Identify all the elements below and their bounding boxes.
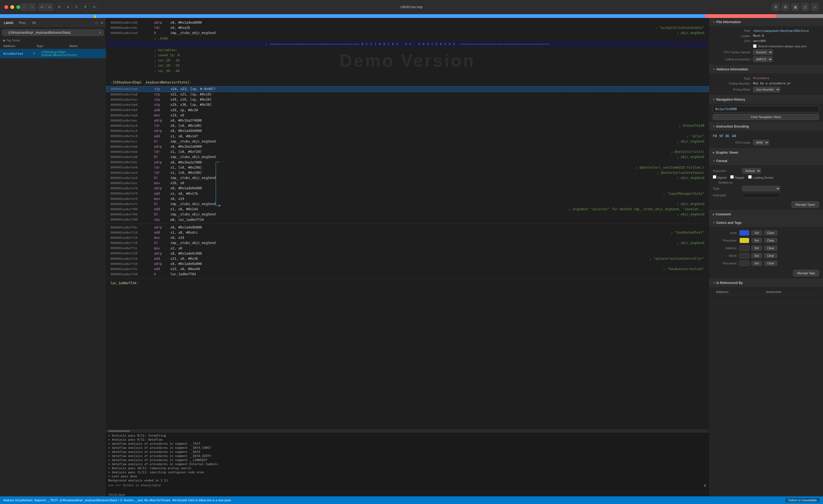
search-input[interactable]	[8, 31, 98, 34]
area-set-button[interactable]: Set	[752, 230, 762, 235]
tab-proc[interactable]: Proc.	[17, 20, 28, 25]
code-line: 0000001ad6eff20 adrp x8, #0x1ade9c000	[106, 251, 709, 256]
settings-button[interactable]: ⚙	[772, 3, 780, 11]
horizontal-scrollbar[interactable]	[106, 430, 709, 432]
undo-button[interactable]: ↩	[38, 3, 46, 11]
loader-label: Loader:	[713, 34, 751, 37]
tab-labels[interactable]: Labels	[2, 20, 15, 25]
log-line: Background analysis ended in 1'21	[108, 478, 706, 483]
tag-scope[interactable]: ▶ Tag Scope	[0, 37, 106, 43]
area-clear-button[interactable]: Clear	[764, 230, 777, 235]
comment-title: Comment	[716, 212, 731, 216]
leading-zeroes-checkbox[interactable]	[748, 175, 752, 179]
status-address-text: Address 0x1ad6efea4, Segment __TEXT, -[U…	[3, 499, 231, 502]
type-value: Procedure	[753, 76, 769, 80]
redo-button[interactable]: ↪	[46, 3, 53, 11]
tab-str[interactable]: Str	[30, 20, 37, 25]
code-line: 0000001ad6eff28 adrp x8, #0x1ade9a000	[106, 261, 709, 267]
type-select[interactable]	[742, 186, 780, 191]
calling-conv-select[interactable]: AAPCS	[753, 56, 773, 62]
scroll-thumb[interactable]	[108, 430, 130, 432]
log-prompt: >	[108, 446, 110, 450]
cpu-mode-select[interactable]: ARM	[753, 140, 769, 145]
manage-types-button[interactable]: Manage Types	[791, 201, 819, 208]
log-line: > dataflow analysis of procedures in seg…	[108, 442, 706, 446]
minimize-button[interactable]	[10, 5, 14, 9]
is-referenced-body: Address: Instruction	[709, 287, 823, 297]
log-input-line: >>> >>> Python is Unavailable 🗑	[108, 483, 706, 487]
code-line: 0000001ad6eff24 add x21, x8, #0x36 ; "au…	[106, 256, 709, 261]
signed-checkbox[interactable]	[713, 175, 716, 179]
log-line: > Analysis pass 8/11: formatting	[108, 434, 706, 438]
instruction-encoding-header[interactable]: ▼ Instruction Encoding	[709, 122, 823, 131]
code-line: 0000001ad6efeac stp x20, x19, [sp, #0x20…	[106, 97, 709, 102]
argument-select[interactable]: Default	[742, 168, 761, 174]
procedure-set-button[interactable]: Set	[752, 238, 762, 243]
clear-nav-button[interactable]: Clear Navigation Stack	[713, 114, 819, 120]
python-status: >>> Python is Unavailable	[115, 484, 161, 487]
list-item[interactable]: 0x1ad6efea4 P -[UIKeyboardImpl _keyboard…	[0, 49, 106, 58]
colors-tags-header[interactable]: ▼ Colors and Tags	[709, 219, 823, 227]
format-header[interactable]: ▼ Format	[709, 157, 823, 165]
path-label: Path:	[713, 29, 751, 32]
procedure-clear-button[interactable]: Clear	[764, 238, 777, 243]
is-referenced-header[interactable]: ▼ Is Referenced By	[709, 279, 823, 287]
negate-checkbox[interactable]	[730, 175, 734, 179]
block-set-button[interactable]: Set	[752, 253, 762, 258]
field-path-input[interactable]	[742, 193, 780, 198]
star-icon[interactable]: ☆	[95, 20, 98, 25]
panel-layout-button[interactable]: ⊞	[782, 3, 789, 11]
graphic-views-header[interactable]: ▶ Graphic Views	[709, 149, 823, 157]
clear-search-icon[interactable]: ✕	[99, 31, 101, 34]
nav-history-header[interactable]: ▼ Navigation History	[709, 95, 823, 103]
expand-button[interactable]: ⤢	[811, 3, 819, 11]
close-panel-icon[interactable]: ✕	[101, 21, 104, 25]
close-button[interactable]	[4, 5, 8, 9]
procedure2-set-button[interactable]: Set	[752, 261, 762, 266]
collapse-icon: ▼	[713, 125, 715, 128]
code-line: 0000001ad6efedc adrp x8, #0x1ba2a7000	[106, 160, 709, 165]
list-header: Address Type Name	[0, 43, 106, 49]
code-area[interactable]: 0000001ad6efe98 adrp x8, #0x1adea0000 00…	[106, 18, 709, 430]
status-bar: Address 0x1ad6efea4, Segment __TEXT, -[U…	[0, 496, 823, 504]
collapse-icon: ▼	[713, 160, 715, 162]
branch-checkbox[interactable]	[753, 44, 757, 48]
segment-other	[776, 14, 823, 18]
address-set-button[interactable]: Set	[752, 246, 762, 251]
code-line: 0000001ad6efefc bl imp__stubs_objc_msgSe…	[106, 202, 709, 207]
calling-conv-row: Calling Convention: AAPCS	[713, 56, 819, 63]
file-information-header[interactable]: ▼ File Information	[709, 18, 823, 26]
log-prompt: >	[108, 454, 110, 458]
log-clear-icon[interactable]: 🗑	[704, 484, 706, 487]
address-information-header[interactable]: ▼ Address Information	[709, 65, 823, 73]
encoding-hex: F8 5F BC A9	[713, 133, 819, 139]
log-line: > Analysis pass 9/11: dataflow	[108, 438, 706, 442]
nav-a-button[interactable]: A	[64, 3, 72, 11]
prolog-mode-select[interactable]: Use Heuristic	[753, 87, 780, 92]
nav-c-button[interactable]: C	[73, 3, 80, 11]
sidebar-toggle-button[interactable]: ◫	[801, 3, 809, 11]
block-clear-button[interactable]: Clear	[764, 253, 777, 258]
segment-bar	[0, 14, 823, 18]
code-line-comment: ; saved_fp: 0	[106, 53, 709, 58]
comment-header[interactable]: ▶ Comment	[709, 210, 823, 218]
instruction-encoding-section: ▼ Instruction Encoding F8 5F BC A9 CPU m…	[709, 122, 823, 149]
code-line: 0000001ad6efea8 stp x22, x21, [sp, #0x10…	[106, 92, 709, 97]
nav-history-input[interactable]	[713, 106, 819, 112]
procedure2-clear-button[interactable]: Clear	[764, 261, 777, 266]
log-prompt: >	[108, 438, 110, 442]
nav-forward-button[interactable]: ›	[28, 3, 36, 11]
address-clear-button[interactable]: Clear	[764, 246, 777, 251]
nav-p-button[interactable]: P	[81, 3, 89, 11]
path-row: Path: /Users/wangzewel/Desktop/UIKitCore	[713, 28, 819, 33]
log-prompt: >	[108, 450, 110, 454]
nav-u-button[interactable]: U	[91, 3, 98, 11]
fullscreen-button[interactable]	[16, 5, 20, 9]
field-path-label: Field path:	[713, 194, 740, 197]
nav-d-button[interactable]: D	[55, 3, 63, 11]
manage-tags-button[interactable]: Manage Tags	[793, 270, 819, 276]
view-toggle-button[interactable]: ▦	[791, 3, 799, 11]
cpu-syntax-select[interactable]: Generic	[753, 49, 773, 55]
nav-back-button[interactable]: ‹	[20, 3, 28, 11]
log-panel[interactable]: > Analysis pass 8/11: formatting > Analy…	[106, 432, 709, 492]
